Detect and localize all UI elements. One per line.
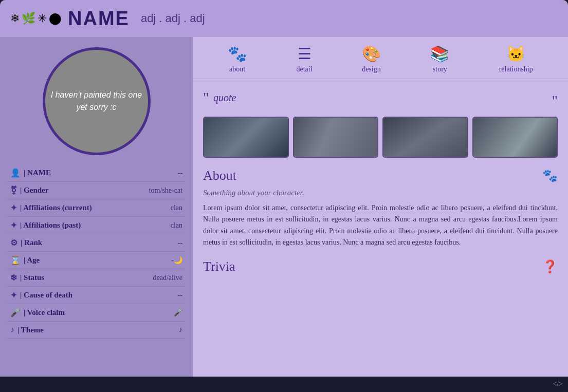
gallery-image-3[interactable] <box>382 117 468 158</box>
value-voice-claim: 🎤 <box>174 308 182 317</box>
leaf-icon: 🌿 <box>22 12 35 25</box>
header: ❄ 🌿 ✳ ⬤ NAME adj . adj . adj <box>0 0 568 37</box>
quote-open-mark: " <box>203 89 209 106</box>
list-icon: ☰ <box>298 45 312 63</box>
label-voice-claim: | Voice claim <box>24 308 65 317</box>
main-content: I haven't painted this one yet sorry :c … <box>0 37 568 377</box>
gallery-image-1[interactable] <box>203 117 289 158</box>
quote-section: " quote " <box>203 87 558 109</box>
code-icon: </> <box>553 380 563 388</box>
label-rank: | Rank <box>21 238 42 247</box>
info-row-voice-claim: 🎤 | Voice claim 🎤 <box>8 304 185 322</box>
gallery-image-4[interactable] <box>472 117 558 158</box>
info-row-age: ⌛ | Age -🌙 <box>8 252 185 269</box>
tab-story[interactable]: 📚 story <box>423 42 457 76</box>
quote-text: quote <box>213 92 236 103</box>
value-theme: ♪ <box>179 326 182 334</box>
music-icon: ♪ <box>10 325 14 334</box>
image-gallery <box>203 117 558 158</box>
header-icons: ❄ 🌿 ✳ ⬤ <box>10 12 62 25</box>
age-icon: ⌛ <box>10 255 21 265</box>
value-cause-of-death: -- <box>178 291 182 300</box>
affil-current-icon: ✦ <box>10 203 17 213</box>
tab-about-label: about <box>229 65 245 73</box>
value-affiliations-current: clan <box>171 204 182 212</box>
info-row-status: ❄ | Status dead/alive <box>8 269 185 287</box>
right-panel: 🐾 about ☰ detail 🎨 design 📚 story 🐱 <box>193 37 568 377</box>
user-icon: 👤 <box>10 168 21 178</box>
quote-close-mark: " <box>552 92 558 109</box>
label-status: | Status <box>20 273 44 282</box>
tab-relationship-label: relationship <box>499 65 533 73</box>
content-area[interactable]: " quote " <box>193 79 568 377</box>
value-age: -🌙 <box>171 256 182 265</box>
affil-past-icon: ✦ <box>10 220 17 230</box>
label-affiliations-current: | Affiliations (current) <box>20 203 92 212</box>
app-window: ❄ 🌿 ✳ ⬤ NAME adj . adj . adj I haven't p… <box>0 0 568 392</box>
avatar-placeholder-text: I haven't painted this one yet sorry :c <box>45 84 148 119</box>
trivia-title: Trivia <box>203 259 235 274</box>
tab-story-label: story <box>433 65 447 73</box>
info-row-affiliations-past: ✦ | Affiliations (past) clan <box>8 217 185 234</box>
info-row-cause-of-death: ✦ | Cause of death -- <box>8 287 185 304</box>
trivia-section-header: Trivia ❓ <box>203 259 558 274</box>
about-title: About <box>203 168 236 183</box>
label-gender: | Gender <box>20 186 48 195</box>
rank-icon: ⚙ <box>10 238 17 248</box>
gender-icon: ⚧ <box>10 185 17 195</box>
about-subtitle: Something about your character. <box>203 189 558 197</box>
info-row-theme: ♪ | Theme ♪ <box>8 322 185 339</box>
about-body: Lorem ipsum dolor sit amet, consectetur … <box>203 202 558 249</box>
bottom-bar: </> <box>0 377 568 392</box>
about-section-header: About 🐾 <box>203 168 558 183</box>
trivia-help-icon: ❓ <box>542 259 558 274</box>
info-row-name: 👤 | NAME -- <box>8 164 185 182</box>
cat-icon: 🐱 <box>506 45 525 63</box>
info-row-gender: ⚧ | Gender tom/she-cat <box>8 182 185 199</box>
avatar-container: I haven't painted this one yet sorry :c <box>43 47 151 155</box>
microphone-icon: 🎤 <box>10 308 21 318</box>
tab-detail-label: detail <box>297 65 313 73</box>
label-theme: | Theme <box>17 326 44 334</box>
info-row-affiliations-current: ✦ | Affiliations (current) clan <box>8 199 185 217</box>
about-paw-icon: 🐾 <box>542 169 558 183</box>
cause-of-death-icon: ✦ <box>10 290 17 300</box>
value-affiliations-past: clan <box>171 221 182 230</box>
label-age: | Age <box>24 256 40 265</box>
label-cause-of-death: | Cause of death <box>20 291 72 300</box>
value-rank: -- <box>178 239 182 247</box>
books-icon: 📚 <box>430 45 449 63</box>
value-name: -- <box>178 169 182 177</box>
tab-detail[interactable]: ☰ detail <box>289 42 320 76</box>
character-adjectives: adj . adj . adj <box>141 12 205 25</box>
palette-icon: 🎨 <box>362 45 381 63</box>
label-name: | NAME <box>24 169 51 177</box>
info-row-rank: ⚙ | Rank -- <box>8 234 185 252</box>
tab-relationship[interactable]: 🐱 relationship <box>491 42 541 76</box>
label-affiliations-past: | Affiliations (past) <box>20 221 81 230</box>
value-gender: tom/she-cat <box>149 186 182 195</box>
value-status: dead/alive <box>153 274 182 282</box>
tab-design-label: design <box>362 65 381 73</box>
sun-icon: ✳ <box>38 12 47 25</box>
info-table: 👤 | NAME -- ⚧ | Gender tom/she-cat <box>8 164 185 339</box>
circle-icon: ⬤ <box>49 12 62 25</box>
gallery-image-2[interactable] <box>293 117 379 158</box>
tab-design[interactable]: 🎨 design <box>354 42 389 76</box>
character-name: NAME <box>68 8 130 30</box>
status-icon: ❄ <box>10 273 17 283</box>
nav-tabs: 🐾 about ☰ detail 🎨 design 📚 story 🐱 <box>193 37 568 79</box>
paw-icon: 🐾 <box>228 45 247 63</box>
tab-about[interactable]: 🐾 about <box>220 42 254 76</box>
sidebar: I haven't painted this one yet sorry :c … <box>0 37 193 377</box>
snowflake-icon: ❄ <box>10 12 20 25</box>
